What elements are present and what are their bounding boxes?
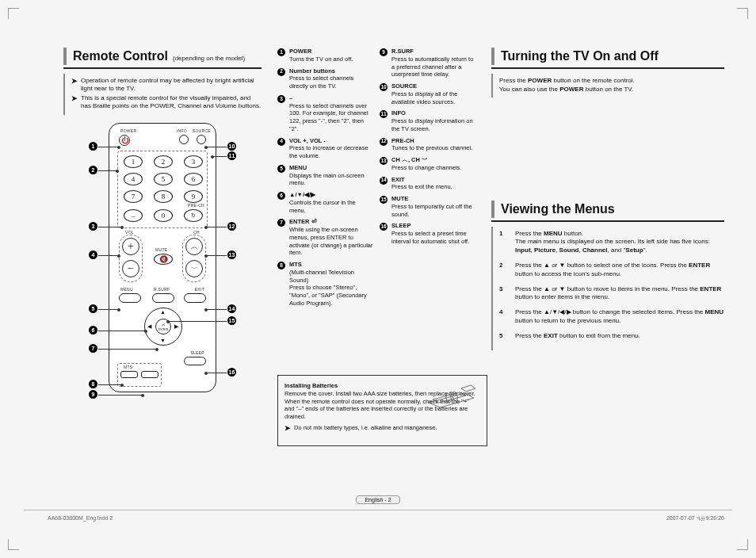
leader	[98, 309, 119, 310]
step-text: Press the ▲/▼/◀/▶ button to change the s…	[515, 308, 724, 326]
callout-text: ENTER ⏎While using the on-screen menus, …	[289, 218, 373, 257]
vol-down: −	[122, 260, 139, 277]
page-indicator: English - 2	[356, 495, 399, 504]
ch-down: ﹀	[185, 260, 203, 277]
callout-text: R.SURFPress to automatically return to a…	[391, 48, 475, 78]
callout-14: 14	[227, 304, 236, 313]
remote-figure: POWER INFO SOURCE ⏻ 1 2 3 4 5 6 7 8 9 – …	[63, 123, 262, 416]
source-button	[197, 135, 206, 144]
callout-item: 2Number buttonsPress to select channels …	[277, 67, 373, 90]
vol-up: +	[122, 238, 139, 255]
callout-number: 9	[380, 48, 388, 56]
callout-item: 7ENTER ⏎While using the on-screen menus,…	[277, 218, 373, 257]
timestamp: 2007-07-07 ዒ፴ 9:26:26	[666, 515, 724, 522]
key-9: 9	[184, 190, 203, 203]
leader	[168, 321, 227, 322]
callout-text: SLEEPPress to select a preset time inter…	[391, 222, 475, 245]
label-mute: MUTE	[155, 247, 167, 252]
crop-mark	[8, 8, 19, 19]
aux-button	[141, 371, 158, 378]
callout-list-a: 1POWERTurns the TV on and off.2Number bu…	[277, 48, 373, 308]
key-1: 1	[124, 155, 143, 168]
callout-item: 10SOURCEPress to display all of the avai…	[380, 82, 475, 105]
callout-4: 4	[89, 250, 97, 259]
callout-text: POWERTurns the TV on and off.	[289, 48, 353, 63]
page-footer: English - 2	[0, 495, 756, 504]
file-info: AA68-03800M_Eng.indd 22007-07-07 ዒ፴ 9:26…	[48, 515, 724, 522]
callout-15: 15	[227, 316, 236, 325]
key-7: 7	[124, 190, 143, 203]
callout-item: 9R.SURFPress to automatically return to …	[380, 48, 475, 78]
rule	[491, 220, 724, 222]
callout-item: 4VOL +, VOL -Press to increase or decrea…	[277, 137, 373, 160]
mute-button: 🔇	[154, 254, 173, 265]
menu-step: 3Press the ▲ or ▼ button to move to item…	[499, 285, 724, 303]
menu-steps: 1Press the MENU button.The main menu is …	[491, 227, 724, 350]
leader	[98, 349, 157, 350]
callout-text: –Press to select channels over 100. For …	[289, 94, 373, 133]
callout-number: 1	[277, 48, 285, 56]
callout-item: 11INFOPress to display information on th…	[380, 109, 475, 132]
file-name: AA68-03800M_Eng.indd 2	[48, 515, 113, 522]
step-number: 5	[499, 332, 507, 341]
leader	[206, 255, 227, 256]
callout-number: 5	[277, 165, 285, 173]
step-number: 3	[499, 285, 507, 303]
callout-text: VOL +, VOL -Press to increase or decreas…	[289, 137, 373, 160]
arrow-icon: ➤	[71, 94, 79, 110]
prech-button: ↻	[184, 209, 203, 222]
remote-body: POWER INFO SOURCE ⏻ 1 2 3 4 5 6 7 8 9 – …	[109, 123, 216, 392]
callout-item: 6▲/▼/◀/▶Controls the cursor in the menu.	[277, 191, 373, 214]
key-0: 0	[154, 209, 173, 222]
leader	[206, 373, 227, 373]
menu-step: 2Press the ▲ or ▼ button to select one o…	[499, 262, 724, 279]
key-4: 4	[124, 173, 143, 185]
step-text: Press the ▲ or ▼ button to select one of…	[515, 262, 724, 279]
leader	[98, 147, 119, 147]
step-number: 2	[499, 262, 507, 279]
callout-number: 3	[277, 95, 285, 103]
leader	[98, 395, 143, 396]
note-text: This is a special remote control for the…	[81, 94, 262, 110]
note-text: Operation of remote control may be affec…	[81, 77, 262, 93]
callout-number: 12	[380, 138, 388, 146]
callout-3: 3	[89, 222, 97, 231]
callout-text: MUTEPress to temporarily cut off the sou…	[391, 195, 475, 218]
callout-item: 5MENUDisplays the main on-screen menu.	[277, 164, 373, 187]
leader	[212, 156, 227, 157]
callout-item: 14EXITPress to exit the menu.	[380, 176, 475, 192]
callout-10: 10	[227, 142, 236, 151]
callout-text: Number buttonsPress to select channels d…	[289, 67, 373, 90]
step-number: 1	[499, 230, 507, 255]
key-dash: –	[124, 209, 143, 222]
battery-illustration	[425, 382, 480, 411]
label-prech: PRE-CH	[188, 203, 204, 208]
inst-heading: Installing Batteries	[284, 382, 338, 389]
footer-rule	[24, 510, 732, 510]
callout-number: 2	[277, 68, 285, 76]
callout-text: MTS(Multi-channel Television Sound)Press…	[289, 261, 373, 308]
menu-step: 5Press the EXIT button to exit from the …	[499, 332, 724, 341]
step-text: Press the ▲ or ▼ button to move to items…	[515, 285, 724, 303]
callout-item: 15MUTEPress to temporarily cut off the s…	[380, 195, 475, 218]
label-power: POWER	[120, 128, 136, 133]
key-3: 3	[184, 155, 203, 168]
inst-text-c: Do not mix battery types, i.e. alkaline …	[294, 424, 437, 433]
sleep-button	[184, 357, 206, 365]
callout-item: 16SLEEPPress to select a preset time int…	[380, 222, 475, 245]
key-6: 6	[184, 173, 203, 185]
note-box: ➤Operation of remote control may be affe…	[63, 74, 262, 115]
callout-9: 9	[89, 390, 97, 399]
callout-12: 12	[227, 222, 236, 231]
callout-item: 1POWERTurns the TV on and off.	[277, 48, 373, 63]
callout-5: 5	[89, 304, 97, 313]
label-mts: MTS	[124, 365, 132, 369]
power-text: Press the POWER button on the remote con…	[491, 74, 724, 97]
crop-mark	[737, 539, 748, 550]
leader	[98, 170, 117, 171]
rule	[491, 67, 724, 69]
label-exit: EXIT	[195, 287, 204, 292]
callout-text: PRE-CHTunes to the previous channel.	[391, 137, 472, 153]
callout-number: 16	[380, 223, 388, 231]
crop-mark	[737, 8, 748, 19]
